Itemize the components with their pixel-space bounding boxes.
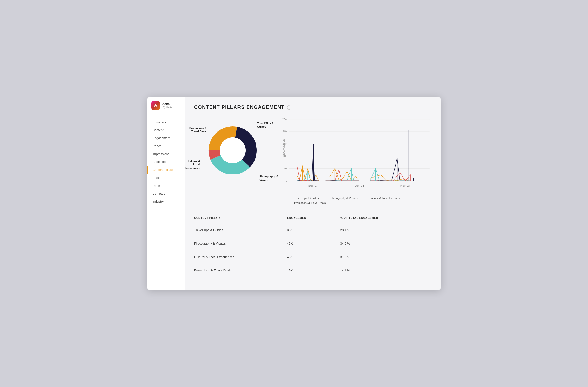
legend-item-cultural: Cultural & Local Experiences — [363, 197, 403, 199]
table-cell-engagement: 38K — [287, 223, 340, 237]
donut-label-photography: Photography &Visuals — [259, 175, 278, 182]
table-cell-engagement: 46K — [287, 237, 340, 250]
svg-text:Sep '24: Sep '24 — [308, 184, 318, 187]
main-content: CONTENT PILLARS ENGAGEMENT i — [186, 97, 441, 290]
table-cell-engagement: 43K — [287, 250, 340, 264]
table-cell-pillar: Travel Tips & Guides — [194, 223, 287, 237]
sidebar-item-industry[interactable]: Industry — [147, 198, 185, 206]
svg-text:Oct '24: Oct '24 — [355, 184, 364, 187]
table-row: Photography & Visuals46K34.0 % — [194, 237, 432, 250]
brand-handle: @ /delta — [162, 106, 172, 109]
svg-text:5k: 5k — [284, 167, 288, 170]
chart-y-label: ENGAGEMENT — [282, 137, 285, 156]
instagram-logo — [151, 101, 160, 110]
table-row: Travel Tips & Guides38K28.1 % — [194, 223, 432, 237]
svg-text:Nov '24: Nov '24 — [400, 184, 410, 187]
info-icon[interactable]: i — [287, 105, 291, 109]
donut-label-travel-tips: Travel Tips &Guides — [257, 122, 273, 129]
legend-label-cultural: Cultural & Local Experiences — [370, 197, 403, 199]
legend-color-photography — [325, 198, 329, 198]
col-header-engagement: ENGAGEMENT — [287, 214, 340, 223]
svg-text:20k: 20k — [282, 130, 288, 133]
svg-text:0: 0 — [286, 179, 287, 182]
legend-item-photography: Photography & Visuals — [325, 197, 357, 199]
sidebar-item-content[interactable]: Content — [147, 126, 185, 134]
content-pillars-table: CONTENT PILLAR ENGAGEMENT % OF TOTAL ENG… — [194, 214, 432, 277]
sidebar-item-reels[interactable]: Reels — [147, 182, 185, 190]
table-row: Promotions & Travel Deals19K14.1 % — [194, 264, 432, 277]
donut-chart: Travel Tips &Guides Promotions &Travel D… — [206, 124, 259, 177]
table-cell-pct: 28.1 % — [340, 223, 432, 237]
table-cell-pillar: Cultural & Local Experiences — [194, 250, 287, 264]
page-title-row: CONTENT PILLARS ENGAGEMENT i — [194, 105, 432, 110]
brand-info: delta @ /delta — [162, 102, 172, 109]
legend-label-travel-tips: Travel Tips & Guides — [294, 197, 319, 199]
legend-item-promotions: Promotions & Travel Deals — [288, 201, 326, 204]
line-chart-area: ENGAGEMENT 25k 20k 15k 10k — [281, 117, 432, 194]
svg-text:25k: 25k — [282, 117, 288, 121]
line-chart-container: ENGAGEMENT 25k 20k 15k 10k — [281, 117, 432, 204]
table-cell-pillar: Promotions & Travel Deals — [194, 264, 287, 277]
table-cell-pillar: Photography & Visuals — [194, 237, 287, 250]
sidebar-header: delta @ /delta — [147, 101, 185, 114]
donut-label-promotions: Promotions &Travel Deals — [189, 126, 207, 133]
sidebar-item-posts[interactable]: Posts — [147, 174, 185, 182]
sidebar-item-audience[interactable]: Audience — [147, 158, 185, 166]
legend-color-promotions — [288, 203, 293, 203]
legend-color-travel-tips — [288, 198, 293, 198]
sidebar: delta @ /delta SummaryContentEngagementR… — [147, 97, 186, 290]
legend-label-photography: Photography & Visuals — [331, 197, 357, 199]
col-header-pillar: CONTENT PILLAR — [194, 214, 287, 223]
table-cell-pct: 14.1 % — [340, 264, 432, 277]
sidebar-item-reach[interactable]: Reach — [147, 142, 185, 150]
table-cell-pct: 34.0 % — [340, 237, 432, 250]
sidebar-item-compare[interactable]: Compare — [147, 190, 185, 198]
legend-item-travel-tips: Travel Tips & Guides — [288, 197, 319, 199]
sidebar-item-summary[interactable]: Summary — [147, 118, 185, 126]
sidebar-item-engagement[interactable]: Engagement — [147, 134, 185, 142]
brand-name: delta — [162, 102, 172, 106]
col-header-pct: % OF TOTAL ENGAGEMENT — [340, 214, 432, 223]
table-cell-pct: 31.6 % — [340, 250, 432, 264]
table-row: Cultural & Local Experiences43K31.6 % — [194, 250, 432, 264]
legend-label-promotions: Promotions & Travel Deals — [294, 201, 326, 204]
page-title: CONTENT PILLARS ENGAGEMENT — [194, 105, 285, 110]
table-cell-engagement: 19K — [287, 264, 340, 277]
donut-chart-container: Travel Tips &Guides Promotions &Travel D… — [194, 117, 271, 177]
legend-color-cultural — [363, 198, 368, 198]
charts-section: Travel Tips &Guides Promotions &Travel D… — [194, 117, 432, 204]
chart-legend: Travel Tips & Guides Photography & Visua… — [281, 197, 432, 204]
svg-point-4 — [220, 137, 246, 163]
app-window: delta @ /delta SummaryContentEngagementR… — [147, 97, 441, 290]
sidebar-item-content-pillars[interactable]: Content Pillars — [147, 166, 185, 174]
sidebar-item-impressions[interactable]: Impressions — [147, 150, 185, 158]
donut-label-cultural: Cultural &LocalExperiences — [186, 159, 200, 170]
sidebar-nav: SummaryContentEngagementReachImpressions… — [147, 114, 185, 290]
